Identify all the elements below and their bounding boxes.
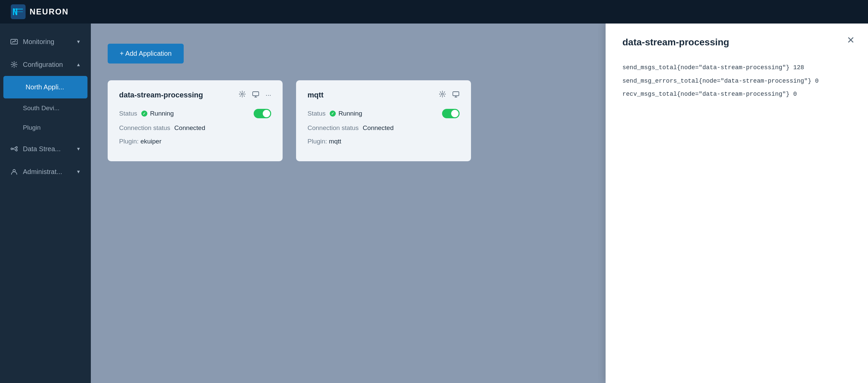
stat-line-2: send_msg_errors_total{node="data-stream-…	[622, 75, 851, 88]
monitoring-label: Monitoring	[23, 38, 71, 46]
card-title-2: mqtt	[308, 91, 439, 99]
plugin-value-2: mqtt	[329, 138, 341, 145]
add-application-button[interactable]: + Add Application	[108, 44, 184, 64]
sidebar-item-administration[interactable]: Administrat... ▼	[0, 160, 91, 183]
data-stream-label: Data Strea...	[23, 145, 71, 153]
toggle-1[interactable]	[254, 109, 271, 118]
status-label-2: Status	[308, 110, 326, 117]
svg-point-5	[13, 64, 15, 66]
stat-line-3: recv_msgs_total{node="data-stream-proces…	[622, 88, 851, 101]
connection-label-2: Connection status	[308, 124, 359, 132]
sidebar-item-south-dev[interactable]: South Devi...	[0, 98, 91, 118]
card-row-status-1: Status Running	[119, 109, 271, 118]
data-stream-icon	[10, 145, 18, 153]
card-header-1: data-stream-processing ···	[119, 91, 271, 99]
plugin-label: Plugin	[23, 124, 41, 131]
status-dot-1	[141, 110, 147, 116]
sidebar: Monitoring ▼ Configuration ▲ North Appli…	[0, 24, 91, 383]
cards-container: data-stream-processing ··· Statu	[108, 80, 589, 161]
close-button[interactable]: ✕	[847, 36, 855, 45]
app-card-data-stream-processing: data-stream-processing ··· Statu	[108, 80, 283, 161]
main-layout: Monitoring ▼ Configuration ▲ North Appli…	[0, 24, 868, 383]
neuron-logo-icon: N	[11, 4, 26, 19]
status-dot-2	[330, 110, 336, 116]
monitor-icon-1[interactable]	[252, 91, 259, 99]
sidebar-item-configuration[interactable]: Configuration ▲	[0, 53, 91, 76]
logo: N NEURON	[11, 4, 69, 19]
svg-point-10	[241, 93, 243, 95]
administration-icon	[10, 168, 18, 176]
sidebar-item-plugin[interactable]: Plugin	[0, 118, 91, 137]
administration-chevron: ▼	[76, 169, 81, 174]
card-row-connection-2: Connection status Connected	[308, 124, 460, 132]
card-row-plugin-2: Plugin: mqtt	[308, 138, 460, 145]
monitor-icon-2[interactable]	[452, 91, 460, 99]
plugin-value-1: ekuiper	[140, 138, 161, 145]
connection-value-1: Connected	[174, 124, 205, 132]
svg-point-12	[441, 93, 443, 95]
card-icons-2	[439, 91, 460, 99]
configuration-chevron: ▲	[76, 62, 81, 67]
sidebar-item-monitoring[interactable]: Monitoring ▼	[0, 30, 91, 53]
app-title: NEURON	[30, 7, 69, 16]
connection-value-2: Connected	[363, 124, 394, 132]
sidebar-item-data-stream[interactable]: Data Strea... ▼	[0, 137, 91, 160]
configuration-label: Configuration	[23, 61, 71, 69]
status-value-1: Running	[150, 110, 174, 117]
configuration-icon	[10, 61, 18, 69]
connection-label-1: Connection status	[119, 124, 170, 132]
card-row-status-2: Status Running	[308, 109, 460, 118]
toggle-2[interactable]	[442, 109, 460, 118]
card-row-plugin-1: Plugin: ekuiper	[119, 138, 271, 145]
data-stream-chevron: ▼	[76, 146, 81, 151]
settings-icon-2[interactable]	[439, 91, 446, 99]
right-panel-title: data-stream-processing	[622, 37, 851, 48]
more-icon-1[interactable]: ···	[266, 91, 271, 99]
plugin-label-2: Plugin:	[308, 138, 327, 145]
card-header-2: mqtt	[308, 91, 460, 99]
stats-content: send_msgs_total{node="data-stream-proces…	[622, 61, 851, 101]
card-row-connection-1: Connection status Connected	[119, 124, 271, 132]
content-area: + Add Application data-stream-processing	[91, 24, 606, 383]
plugin-label-1: Plugin:	[119, 138, 138, 145]
monitoring-icon	[10, 38, 18, 46]
navbar: N NEURON	[0, 0, 868, 24]
status-label-1: Status	[119, 110, 137, 117]
svg-rect-11	[253, 92, 259, 96]
card-icons-1: ···	[239, 91, 271, 99]
right-panel: data-stream-processing ✕ send_msgs_total…	[606, 24, 868, 383]
status-value-2: Running	[338, 110, 362, 117]
sidebar-item-north-app[interactable]: North Appli...	[3, 76, 88, 98]
content-inner: + Add Application data-stream-processing	[91, 24, 606, 181]
monitoring-chevron: ▼	[76, 39, 81, 44]
north-app-label: North Appli...	[26, 83, 78, 91]
administration-label: Administrat...	[23, 168, 71, 176]
card-title-1: data-stream-processing	[119, 91, 239, 99]
south-dev-label: South Devi...	[23, 104, 60, 111]
svg-rect-13	[453, 92, 459, 96]
settings-icon-1[interactable]	[239, 91, 246, 99]
stat-line-1: send_msgs_total{node="data-stream-proces…	[622, 61, 851, 75]
app-card-mqtt: mqtt Status Running	[296, 80, 471, 161]
